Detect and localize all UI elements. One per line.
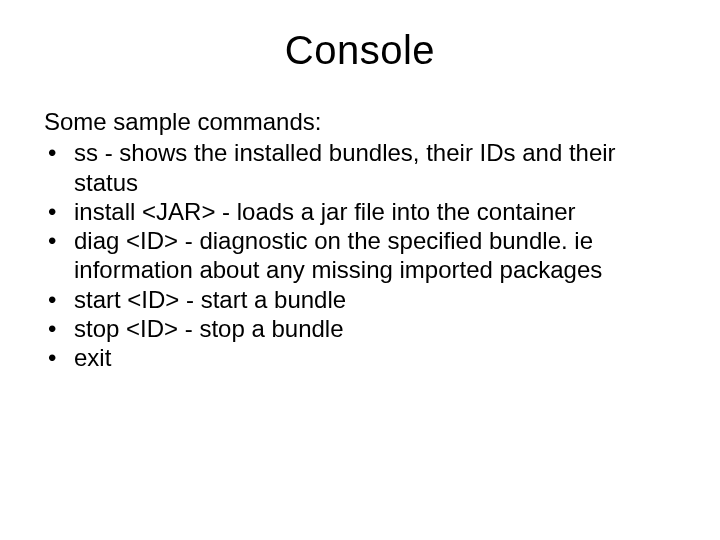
list-item: exit — [44, 343, 676, 372]
list-item: stop <ID> - stop a bundle — [44, 314, 676, 343]
list-item: diag <ID> - diagnostic on the specified … — [44, 226, 676, 285]
list-item: start <ID> - start a bundle — [44, 285, 676, 314]
list-item: install <JAR> - loads a jar file into th… — [44, 197, 676, 226]
slide: Console Some sample commands: ss - shows… — [0, 0, 720, 540]
list-item: ss - shows the installed bundles, their … — [44, 138, 676, 197]
bullet-list: ss - shows the installed bundles, their … — [44, 138, 676, 372]
slide-title: Console — [44, 28, 676, 73]
intro-text: Some sample commands: — [44, 107, 676, 136]
